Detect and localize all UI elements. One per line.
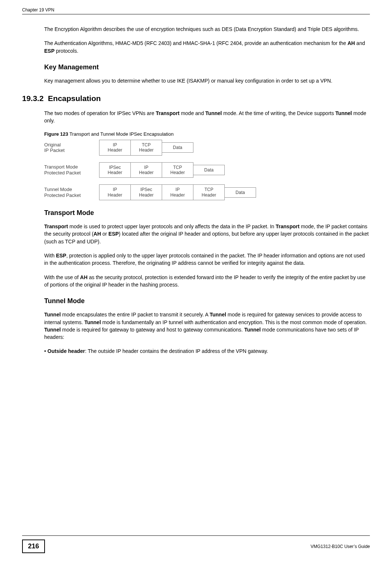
bold-esp: ESP xyxy=(108,231,119,237)
diagram-row-label: Transport Mode Protected Packet xyxy=(44,164,99,176)
text: The Authentication Algorithms, HMAC-MD5 … xyxy=(44,40,347,46)
diagram-row-label: Tunnel Mode Protected Packet xyxy=(44,187,99,198)
text: With xyxy=(44,253,56,259)
encapsulation-diagram: Original IP Packet IP Header TCP Header … xyxy=(22,140,370,200)
heading-key-management: Key Management xyxy=(22,63,370,71)
bold-tunnel: Tunnel xyxy=(44,312,61,318)
transport-paragraph-2: With ESP, protection is applied only to … xyxy=(22,252,370,267)
diagram-cell: IP Header xyxy=(99,184,131,200)
text: With the use of xyxy=(44,274,80,280)
diagram-row-transport: Transport Mode Protected Packet IPSec He… xyxy=(44,162,370,178)
heading-tunnel-mode: Tunnel Mode xyxy=(22,297,370,305)
bold-esp: ESP xyxy=(56,253,66,259)
diagram-row-original: Original IP Packet IP Header TCP Header … xyxy=(44,140,370,156)
text: protocols. xyxy=(55,48,78,54)
text: mode encapsulates the entire IP packet t… xyxy=(61,312,210,318)
text: , protection is applied only to the uppe… xyxy=(44,253,365,266)
diagram-cell: IPSec Header xyxy=(130,184,162,200)
figure-title: Transport and Tunnel Mode IPSec Encapsul… xyxy=(68,131,174,137)
heading-encapsulation: 19.3.2 Encapsulation xyxy=(22,94,370,103)
text: as the security protocol, protection is … xyxy=(44,274,365,288)
text: mode and xyxy=(179,110,205,116)
key-management-paragraph: Key management allows you to determine w… xyxy=(22,77,370,84)
intro-paragraph-2: The Authentication Algorithms, HMAC-MD5 … xyxy=(22,39,370,55)
text: mode is required for gateway to gateway … xyxy=(61,327,244,333)
bold-ah: AH xyxy=(94,231,101,237)
bold-ah: AH xyxy=(347,40,355,46)
text: mode is used to protect upper layer prot… xyxy=(68,223,276,229)
bold-ah: AH xyxy=(80,274,87,280)
transport-paragraph-3: With the use of AH as the security proto… xyxy=(22,274,370,289)
bold-transport: Transport xyxy=(44,223,68,229)
text: mode is fundamentally an IP tunnel with … xyxy=(101,319,367,325)
diagram-row-tunnel: Tunnel Mode Protected Packet IP Header I… xyxy=(44,184,370,200)
bold-tunnel: Tunnel xyxy=(205,110,222,116)
bold-outside-header: Outside header xyxy=(48,348,85,354)
text: : The outside IP header contains the des… xyxy=(85,348,268,354)
bullet-outside-header: Outside header: The outside IP header co… xyxy=(22,347,370,355)
bold-tunnel: Tunnel xyxy=(210,312,226,318)
heading-transport-mode: Transport Mode xyxy=(22,209,370,217)
diagram-cell: IPSec Header xyxy=(99,162,131,178)
diagram-cell: TCP Header xyxy=(193,184,225,200)
section-title: Encapsulation xyxy=(48,94,101,103)
diagram-cell: Data xyxy=(162,142,193,153)
diagram-cell: Data xyxy=(193,165,225,175)
diagram-row-label: Original IP Packet xyxy=(44,142,99,153)
bold-tunnel-2: Tunnel xyxy=(335,110,352,116)
bold-tunnel: Tunnel xyxy=(44,327,61,333)
diagram-cell: IP Header xyxy=(130,162,162,178)
tunnel-paragraph-1: Tunnel mode encapsulates the entire IP p… xyxy=(22,311,370,341)
figure-label: Figure 123 xyxy=(44,131,68,137)
header-rule xyxy=(22,14,370,14)
bold-transport: Transport xyxy=(156,110,180,116)
diagram-cell: TCP Header xyxy=(162,162,193,178)
diagram-cell: Data xyxy=(224,187,256,198)
bold-esp: ESP xyxy=(44,48,55,54)
bold-transport: Transport xyxy=(276,223,300,229)
footer-rule xyxy=(22,535,370,536)
diagram-cell: IP Header xyxy=(162,184,193,200)
intro-paragraph-1: The Encryption Algorithm describes the u… xyxy=(22,25,370,33)
text: mode. At the time of writing, the Device… xyxy=(222,110,335,116)
diagram-cell: IP Header xyxy=(99,140,131,156)
footer-guide-title: VMG1312-B10C User’s Guide xyxy=(311,544,370,549)
page-number: 216 xyxy=(22,540,45,553)
diagram-cell: TCP Header xyxy=(130,140,162,156)
encapsulation-paragraph: The two modes of operation for IPSec VPN… xyxy=(22,110,370,125)
transport-paragraph-1: Transport mode is used to protect upper … xyxy=(22,223,370,245)
bold-tunnel: Tunnel xyxy=(244,327,261,333)
text: or xyxy=(101,231,108,237)
page-footer: 216 VMG1312-B10C User’s Guide xyxy=(22,535,370,553)
bold-tunnel: Tunnel xyxy=(84,319,101,325)
section-number: 19.3.2 xyxy=(22,94,43,103)
running-header: Chapter 19 VPN xyxy=(22,7,370,13)
text: The two modes of operation for IPSec VPN… xyxy=(44,110,156,116)
figure-caption: Figure 123 Transport and Tunnel Mode IPS… xyxy=(22,131,370,137)
text: and xyxy=(355,40,365,46)
